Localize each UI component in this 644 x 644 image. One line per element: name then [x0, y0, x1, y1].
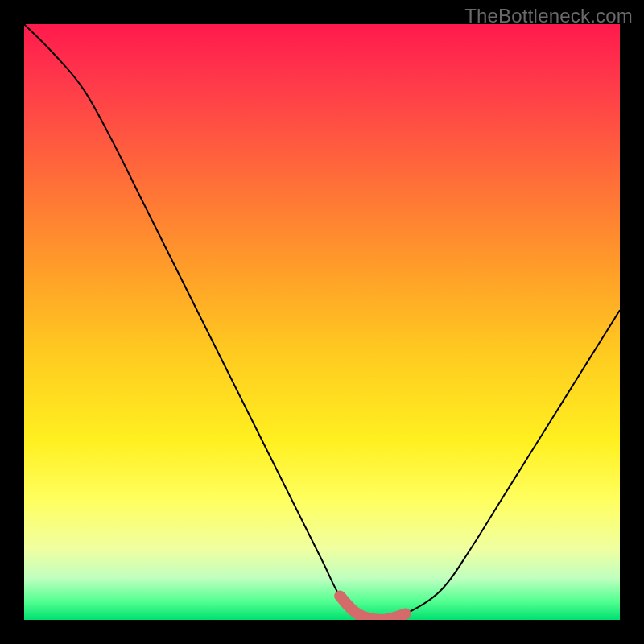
- bottom-highlight-path: [340, 596, 405, 620]
- chart-svg: [24, 24, 620, 620]
- bottleneck-curve-path: [24, 24, 620, 620]
- watermark-text: TheBottleneck.com: [464, 5, 633, 27]
- chart-plot-area: [24, 24, 620, 620]
